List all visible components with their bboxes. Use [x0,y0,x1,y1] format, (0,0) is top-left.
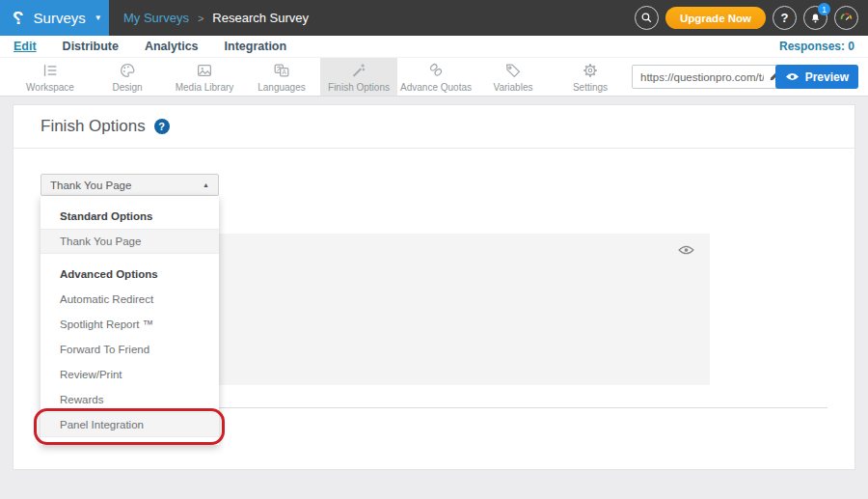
preview-button-label: Preview [805,70,849,84]
toolbar-item-label: Languages [258,82,306,93]
responses-count: Responses: 0 [779,40,854,53]
edit-toolbar: Workspace Design Media Library [0,58,868,97]
page-content: Finish Options ? Thank You Page ▲ Standa… [0,97,868,498]
menu-item-review-print[interactable]: Review/Print [41,362,219,387]
toolbar-item-label: Settings [573,82,608,93]
survey-url-input[interactable] [632,65,786,89]
help-button[interactable]: ? [773,6,797,30]
preview-button[interactable]: Preview [775,65,858,89]
question-mark-icon: ? [781,11,789,25]
toolbar-item-label: Media Library [176,82,234,93]
breadcrumb-my-surveys[interactable]: My Surveys [123,11,189,25]
workspace-icon [41,61,60,80]
search-icon [640,12,653,24]
top-bar: ? Surveys ▼ My Surveys > Research Survey… [0,0,868,36]
tab-integration[interactable]: Integration [225,40,287,53]
breadcrumb: My Surveys > Research Survey [123,11,309,25]
tab-analytics[interactable]: Analytics [145,40,199,53]
tag-icon [503,61,523,80]
chevron-down-icon: ▼ [95,14,102,22]
toolbar-item-workspace[interactable]: Workspace [12,58,89,96]
gear-icon [581,61,600,80]
notification-count-badge: 1 [818,3,830,15]
menu-item-panel-integration[interactable]: Panel Integration [41,412,219,437]
dropdown-selected-value: Thank You Page [50,180,131,191]
chain-link-icon [426,61,446,80]
preview-eye-icon[interactable] [678,242,694,260]
toolbar-item-languages[interactable]: A Languages [243,58,320,96]
gauge-avatar-icon [838,10,854,26]
search-button[interactable] [635,6,659,30]
survey-nav-tabs: Edit Distribute Analytics Integration Re… [0,36,868,58]
toolbar-item-advance-quotas[interactable]: Advance Quotas [397,58,475,96]
finish-options-card: Finish Options ? Thank You Page ▲ Standa… [14,105,854,469]
tab-distribute[interactable]: Distribute [63,40,119,53]
menu-item-automatic-redirect[interactable]: Automatic Redirect [41,287,219,312]
toolbar-item-label: Variables [494,82,533,93]
toolbar-item-media-library[interactable]: Media Library [166,58,243,96]
menu-item-spotlight-report[interactable]: Spotlight Report ™ [41,312,219,337]
account-avatar[interactable] [834,6,858,30]
menu-item-forward-to-friend[interactable]: Forward To Friend [41,337,219,362]
svg-text:A: A [283,69,287,75]
finish-option-dropdown[interactable]: Thank You Page ▲ [41,174,219,196]
menu-item-thank-you-page[interactable]: Thank You Page [41,229,219,254]
breadcrumb-current-survey: Research Survey [212,11,309,25]
toolbar-item-variables[interactable]: Variables [475,58,552,96]
card-body: Thank You Page ▲ Standard Options Thank … [14,149,854,469]
toolbar-item-label: Design [112,82,142,93]
magic-wand-icon [349,61,368,80]
finish-option-menu: Standard Options Thank You Page Advanced… [41,196,219,445]
notifications-button[interactable]: 1 [803,6,827,30]
surveys-menu-label: Surveys [34,10,86,26]
page-title: Finish Options [41,117,146,136]
surveys-menu-button[interactable]: ? Surveys ▼ [0,0,109,36]
upgrade-now-button[interactable]: Upgrade Now [665,7,766,29]
survey-url-field [632,65,786,89]
translate-icon: A [272,61,291,80]
topbar-actions: Upgrade Now ? 1 [635,0,858,36]
questionpro-logo-icon: ? [13,9,24,27]
toolbar-item-label: Workspace [26,82,74,93]
toolbar-item-design[interactable]: Design [89,58,166,96]
palette-icon [118,61,137,80]
chevron-up-icon: ▲ [203,181,209,188]
toolbar-item-settings[interactable]: Settings [552,58,629,96]
eye-icon [785,71,800,82]
toolbar-item-label: Advance Quotas [400,82,472,93]
toolbar-item-label: Finish Options [328,82,390,93]
menu-header-advanced-options: Advanced Options [41,262,219,287]
card-header: Finish Options ? [14,105,854,149]
menu-header-standard-options: Standard Options [41,204,219,229]
breadcrumb-separator: > [198,13,203,24]
menu-item-rewards[interactable]: Rewards [41,387,219,412]
image-icon [195,61,214,80]
tab-edit[interactable]: Edit [14,40,37,53]
menu-spacer [41,254,219,262]
finish-options-help-icon[interactable]: ? [154,119,170,134]
toolbar-item-finish-options[interactable]: Finish Options [320,58,397,96]
